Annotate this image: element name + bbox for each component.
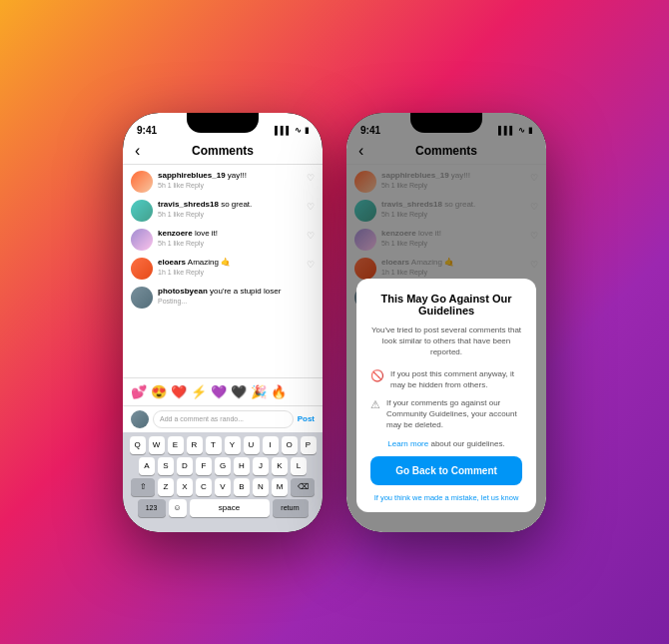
- comment-text-3: kenzoere love it!: [158, 229, 302, 239]
- emoji-5[interactable]: 💜: [211, 384, 227, 399]
- key-q[interactable]: Q: [130, 436, 146, 454]
- key-w[interactable]: W: [149, 436, 165, 454]
- key-space[interactable]: space: [190, 499, 270, 517]
- key-123[interactable]: 123: [138, 499, 166, 517]
- key-r[interactable]: R: [187, 436, 203, 454]
- comments-list-left: sapphireblues_19 yay!!! 5h 1 like Reply …: [123, 165, 323, 377]
- key-b[interactable]: B: [234, 478, 250, 496]
- comment-text-1: sapphireblues_19 yay!!!: [158, 171, 302, 181]
- comment-content-5: photosbyean you're a stupid loser Postin…: [158, 287, 315, 305]
- phone-notch: [187, 113, 259, 133]
- back-button-left[interactable]: ‹: [135, 142, 140, 160]
- let-us-know-link[interactable]: let us know: [481, 493, 519, 502]
- emoji-2[interactable]: 😍: [151, 384, 167, 399]
- key-y[interactable]: Y: [225, 436, 241, 454]
- key-u[interactable]: U: [244, 436, 260, 454]
- comment-content-3: kenzoere love it! 5h 1 like Reply: [158, 229, 302, 247]
- comments-header-left: ‹ Comments: [123, 140, 323, 165]
- avatar-2: [131, 200, 153, 222]
- input-placeholder: Add a comment as rando...: [160, 415, 244, 422]
- emoji-6[interactable]: 🖤: [231, 384, 247, 399]
- key-a[interactable]: A: [139, 457, 155, 475]
- comment-row-4: eloears Amazing 🤙 1h 1 like Reply ♡: [131, 258, 315, 280]
- emoji-1[interactable]: 💕: [131, 384, 147, 399]
- key-f[interactable]: F: [196, 457, 212, 475]
- comment-row-5: photosbyean you're a stupid loser Postin…: [131, 287, 315, 309]
- comment-meta-5: Posting...: [158, 298, 315, 305]
- comment-meta-1: 5h 1 like Reply: [158, 182, 302, 189]
- learn-more-text: Learn more: [387, 439, 428, 448]
- key-m[interactable]: M: [272, 478, 288, 496]
- emoji-row: 💕 😍 ❤️ ⚡ 💜 🖤 🎉 🔥: [123, 377, 323, 406]
- right-phone-screen: 9:41 ▌▌▌ ∿ ▮ ‹ Comments sapphireblues_19…: [346, 113, 546, 532]
- emoji-4[interactable]: ⚡: [191, 384, 207, 399]
- status-icons-left: ▌▌▌ ∿ ▮: [275, 126, 309, 135]
- header-title-left: Comments: [192, 144, 254, 158]
- key-p[interactable]: P: [301, 436, 317, 454]
- battery-icon: ▮: [305, 126, 309, 135]
- key-emoji[interactable]: ☺: [169, 499, 187, 517]
- key-n[interactable]: N: [253, 478, 269, 496]
- key-z[interactable]: Z: [158, 478, 174, 496]
- guidelines-modal: This May Go Against Our Guidelines You'v…: [356, 279, 536, 512]
- avatar-4: [131, 258, 153, 280]
- key-s[interactable]: S: [158, 457, 174, 475]
- input-avatar: [131, 410, 149, 428]
- comment-row-1: sapphireblues_19 yay!!! 5h 1 like Reply …: [131, 171, 315, 193]
- modal-title: This May Go Against Our Guidelines: [370, 293, 522, 317]
- like-icon-3[interactable]: ♡: [307, 231, 315, 241]
- comment-row-2: travis_shreds18 so great. 5h 1 like Repl…: [131, 200, 315, 222]
- status-time-left: 9:41: [137, 125, 157, 136]
- comment-content-1: sapphireblues_19 yay!!! 5h 1 like Reply: [158, 171, 302, 189]
- comment-text-2: travis_shreds18 so great.: [158, 200, 302, 210]
- comment-meta-3: 5h 1 like Reply: [158, 240, 302, 247]
- emoji-3[interactable]: ❤️: [171, 384, 187, 399]
- key-l[interactable]: L: [291, 457, 307, 475]
- modal-learn-more-link[interactable]: Learn more about our guidelines.: [370, 439, 522, 448]
- right-phone: 9:41 ▌▌▌ ∿ ▮ ‹ Comments sapphireblues_19…: [346, 113, 546, 532]
- keyboard-row-4: 123 ☺ space return: [125, 499, 321, 517]
- avatar-1: [131, 171, 153, 193]
- key-e[interactable]: E: [168, 436, 184, 454]
- key-j[interactable]: J: [253, 457, 269, 475]
- modal-warning-2: ⚠ If your comments go against our Commun…: [370, 397, 522, 431]
- comment-meta-4: 1h 1 like Reply: [158, 269, 302, 276]
- key-t[interactable]: T: [206, 436, 222, 454]
- modal-warning-1: 🚫 If you post this comment anyway, it ma…: [370, 368, 522, 390]
- keyboard-row-3: ⇧ Z X C V B N M ⌫: [125, 478, 321, 496]
- key-shift[interactable]: ⇧: [131, 478, 155, 496]
- left-phone-screen: 9:41 ▌▌▌ ∿ ▮ ‹ Comments sapphireblues_19…: [123, 113, 323, 532]
- emoji-8[interactable]: 🔥: [271, 384, 287, 399]
- keyboard-row-1: Q W E R T Y U I O P: [125, 436, 321, 454]
- wifi-icon: ∿: [295, 126, 302, 135]
- key-v[interactable]: V: [215, 478, 231, 496]
- like-icon-1[interactable]: ♡: [307, 173, 315, 183]
- comment-text-5: photosbyean you're a stupid loser: [158, 287, 315, 297]
- key-i[interactable]: I: [263, 436, 279, 454]
- key-return[interactable]: return: [273, 499, 309, 517]
- like-icon-2[interactable]: ♡: [307, 202, 315, 212]
- key-c[interactable]: C: [196, 478, 212, 496]
- modal-warning-text-2: If your comments go against our Communit…: [386, 397, 522, 431]
- key-backspace[interactable]: ⌫: [291, 478, 315, 496]
- post-button[interactable]: Post: [298, 414, 315, 423]
- like-icon-4[interactable]: ♡: [307, 260, 315, 270]
- comment-meta-2: 5h 1 like Reply: [158, 211, 302, 218]
- alert-icon: ⚠: [370, 398, 380, 411]
- emoji-7[interactable]: 🎉: [251, 384, 267, 399]
- avatar-5: [131, 287, 153, 309]
- modal-overlay: This May Go Against Our Guidelines You'v…: [346, 113, 546, 532]
- modal-description: You've tried to post several comments th…: [370, 324, 522, 358]
- key-o[interactable]: O: [282, 436, 298, 454]
- comment-input-row: Add a comment as rando... Post: [123, 406, 323, 432]
- key-h[interactable]: H: [234, 457, 250, 475]
- comment-content-2: travis_shreds18 so great. 5h 1 like Repl…: [158, 200, 302, 218]
- go-back-button[interactable]: Go Back to Comment: [370, 456, 522, 485]
- key-x[interactable]: X: [177, 478, 193, 496]
- comment-input[interactable]: Add a comment as rando...: [153, 410, 294, 428]
- key-g[interactable]: G: [215, 457, 231, 475]
- key-d[interactable]: D: [177, 457, 193, 475]
- comment-text-4: eloears Amazing 🤙: [158, 258, 302, 268]
- keyboard-row-2: A S D F G H J K L: [125, 457, 321, 475]
- key-k[interactable]: K: [272, 457, 288, 475]
